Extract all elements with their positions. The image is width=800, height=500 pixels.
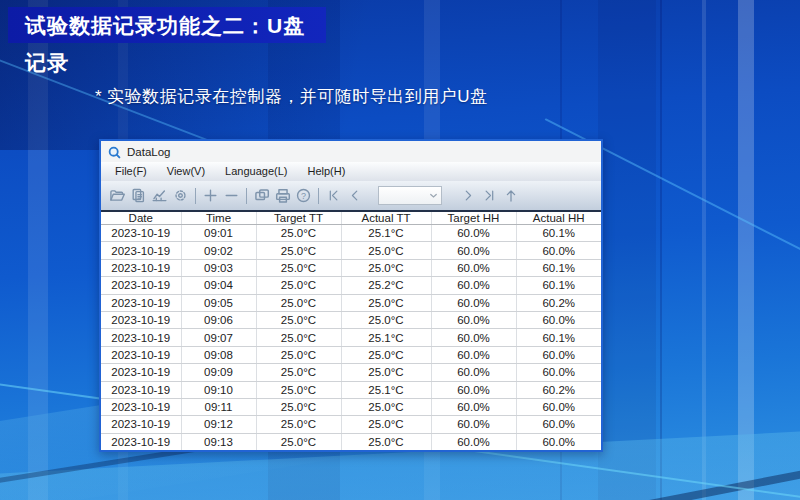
toolbar: ? <box>101 181 601 212</box>
table-row[interactable]: 2023-10-1909:0425.0°C25.2°C60.0%60.1% <box>101 277 601 294</box>
table-cell: 60.1% <box>516 225 601 242</box>
table-cell: 09:01 <box>181 225 256 242</box>
table-cell: 60.0% <box>431 433 516 450</box>
table-cell: 2023-10-19 <box>101 225 181 242</box>
table-cell: 25.0°C <box>341 346 431 363</box>
table-body: 2023-10-1909:0125.0°C25.1°C60.0%60.1%202… <box>101 225 601 451</box>
toolbar-separator <box>195 188 196 204</box>
table-row[interactable]: 2023-10-1909:0325.0°C25.0°C60.0%60.1% <box>101 259 601 276</box>
table-cell: 60.2% <box>516 294 601 311</box>
table-row[interactable]: 2023-10-1909:1125.0°C25.0°C60.0%60.0% <box>101 398 601 415</box>
table-cell: 25.0°C <box>256 277 341 294</box>
table-cell: 60.0% <box>431 416 516 433</box>
export-up-icon[interactable] <box>500 185 521 207</box>
column-header[interactable]: Target HH <box>431 212 516 225</box>
open-folder-icon[interactable] <box>107 185 128 207</box>
table-cell: 09:06 <box>181 311 256 328</box>
table-cell: 25.1°C <box>341 329 431 346</box>
table-cell: 25.0°C <box>256 225 341 242</box>
table-cell: 2023-10-19 <box>101 398 181 415</box>
table-cell: 25.0°C <box>256 311 341 328</box>
column-header[interactable]: Time <box>181 212 256 225</box>
print-icon[interactable] <box>272 185 293 207</box>
help-icon[interactable]: ? <box>293 185 314 207</box>
bg-stripe <box>660 0 662 500</box>
table-row[interactable]: 2023-10-1909:0825.0°C25.0°C60.0%60.0% <box>101 346 601 363</box>
table-cell: 25.0°C <box>256 364 341 381</box>
app-window: DataLog File(F)View(V)Language(L)Help(H)… <box>99 139 603 452</box>
table-cell: 60.0% <box>516 346 601 363</box>
page-combobox[interactable] <box>378 186 442 205</box>
table-cell: 60.0% <box>516 433 601 450</box>
table-row[interactable]: 2023-10-1909:0725.0°C25.1°C60.0%60.1% <box>101 329 601 346</box>
column-header[interactable]: Actual TT <box>341 212 431 225</box>
table-cell: 09:02 <box>181 242 256 259</box>
table-row[interactable]: 2023-10-1909:0625.0°C25.0°C60.0%60.0% <box>101 311 601 328</box>
table-cell: 60.0% <box>431 364 516 381</box>
window-titlebar[interactable]: DataLog <box>101 141 601 162</box>
table-cell: 60.0% <box>431 259 516 276</box>
table-cell: 09:11 <box>181 398 256 415</box>
table-cell: 25.1°C <box>341 381 431 398</box>
print-preview-icon[interactable] <box>251 185 272 207</box>
table-cell: 25.0°C <box>256 381 341 398</box>
chevron-down-icon <box>428 190 439 201</box>
table-row[interactable]: 2023-10-1909:0925.0°C25.0°C60.0%60.0% <box>101 364 601 381</box>
gear-icon[interactable] <box>170 185 191 207</box>
table-cell: 25.0°C <box>341 398 431 415</box>
table-row[interactable]: 2023-10-1909:1225.0°C25.0°C60.0%60.0% <box>101 416 601 433</box>
table-cell: 2023-10-19 <box>101 433 181 450</box>
menu-language[interactable]: Language(L) <box>215 162 297 181</box>
table-cell: 09:09 <box>181 364 256 381</box>
table-cell: 2023-10-19 <box>101 381 181 398</box>
table-cell: 25.0°C <box>341 433 431 450</box>
toolbar-separator <box>318 188 319 204</box>
table-cell: 2023-10-19 <box>101 329 181 346</box>
table-row[interactable]: 2023-10-1909:0225.0°C25.0°C60.0%60.0% <box>101 242 601 259</box>
table-row[interactable]: 2023-10-1909:1325.0°C25.0°C60.0%60.0% <box>101 433 601 450</box>
table-cell: 60.0% <box>516 364 601 381</box>
zoom-in-icon[interactable] <box>200 185 221 207</box>
table-cell: 60.0% <box>516 311 601 328</box>
menu-help[interactable]: Help(H) <box>297 162 355 181</box>
table-cell: 25.0°C <box>256 259 341 276</box>
first-page-icon[interactable] <box>323 185 344 207</box>
prev-page-icon[interactable] <box>344 185 365 207</box>
table-cell: 60.0% <box>431 381 516 398</box>
table-cell: 60.1% <box>516 277 601 294</box>
copy-report-icon[interactable] <box>128 185 149 207</box>
table-cell: 60.0% <box>431 242 516 259</box>
table-cell: 25.2°C <box>341 277 431 294</box>
menu-file[interactable]: File(F) <box>105 162 157 181</box>
slide-background: 试验数据记录功能之二：U盘记录 * 实验数据记录在控制器，并可随时导出到用户U盘… <box>0 0 800 500</box>
menu-view[interactable]: View(V) <box>157 162 215 181</box>
column-header[interactable]: Actual HH <box>516 212 601 225</box>
table-area: DateTimeTarget TTActual TTTarget HHActua… <box>101 212 601 450</box>
table-cell: 25.0°C <box>256 346 341 363</box>
zoom-out-icon[interactable] <box>221 185 242 207</box>
table-cell: 2023-10-19 <box>101 294 181 311</box>
last-page-icon[interactable] <box>479 185 500 207</box>
slide-title: 试验数据记录功能之二：U盘记录 <box>25 14 305 74</box>
column-header[interactable]: Date <box>101 212 181 225</box>
table-row[interactable]: 2023-10-1909:0125.0°C25.1°C60.0%60.1% <box>101 225 601 242</box>
table-row[interactable]: 2023-10-1909:1025.0°C25.1°C60.0%60.2% <box>101 381 601 398</box>
table-cell: 2023-10-19 <box>101 259 181 276</box>
table-cell: 60.0% <box>516 398 601 415</box>
table-cell: 25.0°C <box>256 433 341 450</box>
table-cell: 25.0°C <box>256 329 341 346</box>
table-cell: 09:10 <box>181 381 256 398</box>
table-cell: 2023-10-19 <box>101 416 181 433</box>
data-table: DateTimeTarget TTActual TTTarget HHActua… <box>101 212 601 450</box>
table-cell: 09:05 <box>181 294 256 311</box>
table-cell: 2023-10-19 <box>101 364 181 381</box>
column-header[interactable]: Target TT <box>256 212 341 225</box>
table-row[interactable]: 2023-10-1909:0525.0°C25.0°C60.0%60.2% <box>101 294 601 311</box>
table-cell: 09:04 <box>181 277 256 294</box>
table-header-row: DateTimeTarget TTActual TTTarget HHActua… <box>101 212 601 225</box>
slide-title-banner: 试验数据记录功能之二：U盘记录 <box>8 7 326 43</box>
menu-bar: File(F)View(V)Language(L)Help(H) <box>101 162 601 181</box>
chart-icon[interactable] <box>149 185 170 207</box>
next-page-icon[interactable] <box>458 185 479 207</box>
table-cell: 09:07 <box>181 329 256 346</box>
